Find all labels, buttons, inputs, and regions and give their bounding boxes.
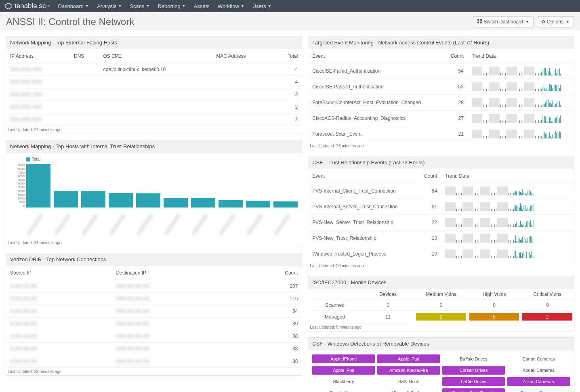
nav-assets[interactable]: Assets: [194, 3, 210, 9]
table-row[interactable]: X.XX.XX.XXXXX.XX.XX.XX54: [6, 305, 302, 318]
removable-chip[interactable]: Google Nexus: [312, 388, 375, 392]
external-hosts-table: IP Address DNS OS CPE MAC Address Total …: [6, 49, 302, 126]
chart-bar[interactable]: [219, 200, 243, 208]
removable-chip[interactable]: Apple iPhone: [312, 354, 375, 363]
table-row[interactable]: Managed11252: [308, 311, 574, 323]
sparkline: [445, 202, 534, 211]
col-dns[interactable]: DNS: [70, 49, 99, 63]
removable-chip[interactable]: Apple iPod: [312, 366, 375, 375]
table-row[interactable]: X.XX.XX.XXXXX.XX.XX.XX38: [6, 343, 302, 355]
removable-chip[interactable]: B&N Nook: [377, 377, 440, 386]
panel-csf-trust: CSF - Trust Relationship Events (Last 72…: [308, 156, 574, 270]
panel-footer: Last Updated: 25 minutes ago: [308, 142, 574, 150]
trust-barchart[interactable]: 5500500045004000350030002500200015001000…: [10, 163, 298, 208]
removable-chip[interactable]: Apple iPad: [377, 354, 440, 363]
table-row[interactable]: XXX.XXX.XXX2: [6, 88, 302, 101]
table-row[interactable]: X.XX.XX.XXXXX.XX.XX.XX116: [6, 293, 302, 305]
table-row[interactable]: Scanned0000: [308, 300, 574, 311]
table-row[interactable]: X.XX.XX.XXXXX.XX.XX.XX38: [6, 330, 302, 343]
table-row[interactable]: CiscoISE-Passed_Authentication53: [308, 79, 574, 95]
col-devices[interactable]: Devices: [361, 289, 415, 300]
panel-removable: CSF - Windows Detections of Removable De…: [308, 337, 574, 392]
chart-bar[interactable]: [164, 198, 188, 208]
options-button[interactable]: ✿ Options▼: [537, 16, 574, 27]
nac-events-table: Event Count Trend Data CiscoISE-Failed_A…: [308, 49, 574, 142]
col-event[interactable]: Event: [308, 49, 441, 63]
chart-bar[interactable]: [54, 191, 78, 208]
col-crit[interactable]: Critical Vulns: [521, 289, 574, 300]
table-row[interactable]: XXX.XXX.XXX2: [6, 101, 302, 113]
table-row[interactable]: XXX.XXX.XXX4: [6, 76, 302, 88]
removable-chip[interactable]: Kodak Cameras: [507, 366, 570, 375]
col-count[interactable]: Count: [441, 49, 468, 63]
col-dst[interactable]: Destination IP: [112, 266, 237, 280]
nav-workflow[interactable]: Workflow▼: [218, 3, 244, 9]
sparkline: [445, 234, 534, 243]
sparkline: [472, 130, 561, 138]
nav-reporting[interactable]: Reporting▼: [158, 3, 185, 9]
col-high[interactable]: High Vulns: [468, 289, 521, 300]
chart-bar[interactable]: [273, 201, 298, 208]
sparkline: [445, 218, 534, 227]
table-row[interactable]: CiscoACS-Radius_Accounting_Diagnostics27: [308, 111, 574, 126]
table-row[interactable]: X.XX.XX.XXXXX.XX.XX.XX207: [6, 280, 302, 293]
table-row[interactable]: X.XX.XX.XXXXX.XX.XX.XX38: [6, 355, 302, 368]
table-row[interactable]: PVS-Internal_Client_Trust_Connection64: [308, 183, 574, 199]
removable-chip[interactable]: Olympus Cameras: [507, 388, 570, 392]
panel-title: Network Mapping - Top Hosts with Interna…: [6, 140, 302, 153]
table-row[interactable]: PVS-New_Trust_Relationship13: [308, 231, 574, 246]
nav-users[interactable]: Users▼: [252, 3, 271, 9]
col-cpe[interactable]: OS CPE: [99, 49, 212, 63]
table-row[interactable]: ForeScout-CounterAct_Host_Evaluation_Cha…: [308, 95, 574, 111]
col-trend[interactable]: Trend Data: [468, 49, 574, 63]
table-row[interactable]: Windows-Trusted_Logon_Process10: [308, 246, 574, 262]
switch-dashboard-button[interactable]: Switch Dashboard▼: [473, 16, 533, 27]
removable-chip[interactable]: Canon Cameras: [507, 354, 570, 363]
dbir-table: Source IP Destination IP Count X.XX.XX.X…: [6, 266, 302, 368]
chart-legend: Total: [26, 157, 298, 161]
chart-bar[interactable]: [81, 191, 105, 208]
col-trend[interactable]: Trend Data: [441, 169, 574, 183]
table-row[interactable]: X.XX.XX.XXXXX.XX.XX.XX39: [6, 318, 302, 330]
col-count[interactable]: Count: [414, 169, 441, 183]
col-ip[interactable]: IP Address: [6, 49, 70, 63]
table-row[interactable]: XXX.XXX.XXX2: [6, 113, 302, 126]
chart-bar[interactable]: [109, 193, 133, 208]
removable-chip[interactable]: Microsoft Surface: [377, 388, 440, 392]
table-row[interactable]: Forescout-Scan_Event21: [308, 126, 574, 142]
panel-footer: Last Updated: 8 minutes ago: [308, 323, 574, 331]
panel-title: CSF - Windows Detections of Removable De…: [308, 337, 574, 350]
chart-bar[interactable]: [136, 193, 160, 208]
nav-analysis[interactable]: Analysis▼: [97, 3, 122, 9]
table-row[interactable]: CiscoISE-Failed_Authentication54: [308, 63, 574, 79]
col-src[interactable]: Source IP: [6, 266, 112, 280]
gear-icon: ✿: [541, 19, 545, 25]
svg-rect-4: [480, 21, 482, 23]
nav-dashboard[interactable]: Dashboard▼: [58, 3, 89, 9]
brand-logo[interactable]: tenable.sc™: [5, 2, 50, 10]
removable-chip[interactable]: Blackberry: [312, 377, 375, 386]
col-mac[interactable]: MAC Address: [212, 49, 272, 63]
removable-chip[interactable]: LaCie Drives: [442, 377, 505, 386]
sparkline: [472, 82, 561, 91]
table-row[interactable]: PVS-New_Server_Trust_Relationship22: [308, 215, 574, 231]
chart-bar[interactable]: [246, 201, 270, 208]
page-header: ANSSI II: Control the Network Switch Das…: [0, 12, 580, 30]
removable-chip[interactable]: Kingston Data Traveler: [442, 388, 505, 392]
chart-bar[interactable]: [26, 164, 50, 208]
col-count[interactable]: Count: [238, 266, 302, 280]
chart-bar[interactable]: [191, 198, 215, 208]
col-total[interactable]: Total: [273, 49, 302, 63]
removable-chip[interactable]: Corsair Drives: [442, 366, 505, 375]
col-event[interactable]: Event: [308, 169, 414, 183]
removable-chip[interactable]: Buffalo Drives: [442, 354, 505, 363]
panel-external-hosts: Network Mapping - Top External-Facing Ho…: [6, 36, 302, 134]
table-row[interactable]: XXX.XXX.XXXcpe:/o:linux:linux_kernel:3.1…: [6, 63, 302, 76]
col-med[interactable]: Medium Vulns: [414, 289, 468, 300]
table-row[interactable]: PVS-Internal_Server_Trust_Connection61: [308, 199, 574, 215]
removable-chip[interactable]: Nikon Cameras: [507, 377, 570, 386]
sparkline: [472, 67, 561, 75]
nav-scans[interactable]: Scans▼: [130, 3, 149, 9]
removable-chip[interactable]: Amazon Kindle/Fire: [377, 366, 440, 375]
panel-title: Targeted Event Monitoring - Network Acce…: [308, 36, 574, 49]
